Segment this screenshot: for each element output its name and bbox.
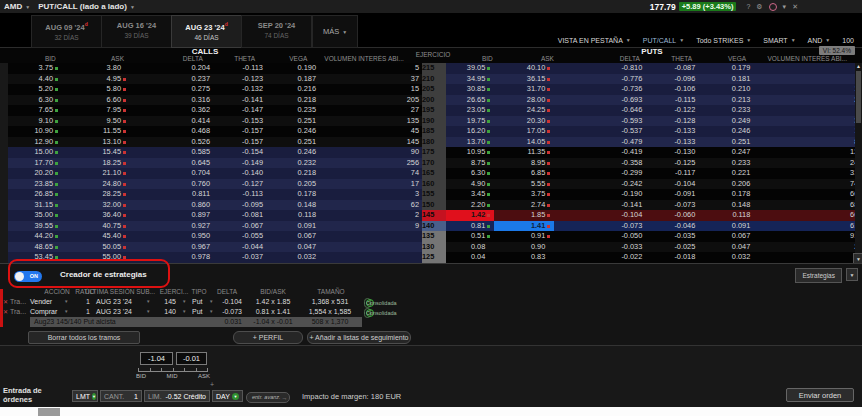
close-icon[interactable]: ✕ [792,3,798,11]
ask-price-box[interactable]: -0.01 [176,352,207,365]
quote-cell[interactable]: 4.90 [446,179,494,190]
quote-cell[interactable]: 11.55 [62,126,130,137]
quote-cell[interactable]: 14.05 [494,137,554,148]
quote-cell[interactable]: 5.80 [62,84,130,95]
leg-strike-dropdown[interactable]: 140 [156,307,176,317]
strike-cell[interactable]: 160 [422,179,446,190]
chain-row[interactable]: 6.306.600.316-0.1410.21820520026.6528.00… [8,95,855,106]
chain-row[interactable]: 5.205.800.275-0.1320.2161520530.8531.70-… [8,84,855,95]
strike-cell[interactable]: 185 [422,126,446,137]
leg-expiry-dropdown[interactable]: AUG 23 '24 [96,297,132,307]
quote-cell[interactable]: 15.45 [62,147,130,158]
quote-cell[interactable]: 5.55 [494,179,554,190]
view-mode-dropdown[interactable]: PUT/CALL (lado a lado)▼ [38,2,135,11]
strike-cell[interactable]: 180 [422,137,446,148]
quote-cell[interactable]: 3.75 [494,189,554,200]
quote-cell[interactable]: 44.20 [8,231,62,242]
quote-cell[interactable]: 26.65 [446,95,494,106]
leg-action-dropdown[interactable]: Vender [30,297,52,307]
quote-cell[interactable]: 28.25 [62,189,130,200]
strike-cell[interactable]: 140 [422,221,446,232]
chain-row[interactable]: 23.8524.800.760-0.1270.205171604.905.55-… [8,179,855,190]
quote-cell[interactable]: 0.83 [494,252,554,263]
strike-cell[interactable]: 175 [422,147,446,158]
strikes-dropdown[interactable]: Todo STRIKES▼ [696,37,751,44]
tab-expiry-sep20[interactable]: SEP 20 '24 74 DÍAS [241,15,312,48]
quote-cell[interactable]: 15.00 [8,147,62,158]
strike-cell[interactable]: 150 [422,200,446,211]
quote-cell[interactable]: 16.20 [446,126,494,137]
quote-cell[interactable]: 0.91 [494,231,554,242]
quote-cell[interactable]: 13.10 [62,137,130,148]
quote-cell[interactable]: 20.20 [8,168,62,179]
chain-row[interactable]: 10.9011.550.468-0.1570.2464518516.2017.0… [8,126,855,137]
quote-cell[interactable]: 3.75 [8,63,62,74]
quote-cell[interactable]: 32.00 [62,200,130,211]
chain-row[interactable]: 15.0015.450.585-0.1540.2469017510.9511.3… [8,147,855,158]
tab-expiry-aug16[interactable]: AUG 16 '24 39 DÍAS [101,15,172,48]
help-icon[interactable]: ? [746,3,750,10]
remove-leg-icon[interactable]: ✕ [3,307,8,317]
strike-cell[interactable]: 190 [422,116,446,127]
leg-type-dropdown[interactable]: Put [192,297,203,307]
quote-cell[interactable]: 8.75 [446,158,494,169]
strike-cell[interactable]: 165 [422,168,446,179]
quote-cell[interactable]: 3.80 [62,63,130,74]
strike-cell[interactable]: 135 [422,231,446,242]
strike-cell[interactable]: 205 [422,84,446,95]
leg-ratio[interactable]: 1 [78,297,90,307]
chain-row[interactable]: 35.0036.400.897-0.0810.11821451.421.85-0… [8,210,855,221]
quote-cell[interactable]: 10.90 [8,126,62,137]
clear-legs-button[interactable]: Borrar todos los tramos [28,331,140,344]
strategies-button[interactable]: Estrategias [795,268,842,283]
tab-expiry-aug23[interactable]: AUG 23 '24d 46 DÍAS [171,15,242,48]
chain-row[interactable]: 48.6550.050.967-0.0440.0471300.080.90-0.… [8,242,855,253]
strategy-leg-row[interactable]: ✕Tra...Comprar▼1AUG 23 '24▼140▼Put▼-0.07… [0,307,430,317]
quote-cell[interactable]: 11.35 [494,147,554,158]
quote-cell[interactable]: 21.10 [62,168,130,179]
chain-row[interactable]: 26.8528.250.811-0.1130.17831553.453.75-0… [8,189,855,200]
quote-cell[interactable]: 0.51 [446,231,494,242]
view-in-tab-dropdown[interactable]: VISTA EN PESTAÑA▼ [558,37,631,44]
tab-expiry-aug09[interactable]: AUG 09 '24d 32 DÍAS [31,15,102,48]
strike-cell[interactable]: 215 [422,63,446,74]
quote-cell[interactable]: 18.25 [62,158,130,169]
leg-ratio[interactable]: 1 [78,307,90,317]
chain-row[interactable]: 3.753.800.204-0.1130.190521539.0540.10-0… [8,63,855,74]
strategy-leg-row[interactable]: ✕Tra...Vender▼1AUG 23 '24▼145▼Put▼-0.104… [0,297,430,307]
quote-cell[interactable]: 28.00 [494,95,554,106]
strike-cell[interactable]: 125 [422,252,446,263]
gear-icon[interactable]: ⚙ [756,3,762,11]
quote-cell[interactable]: 40.10 [494,63,554,74]
strike-cell[interactable]: 170 [422,158,446,169]
quote-cell[interactable]: 31.70 [494,84,554,95]
quote-cell[interactable]: 31.15 [8,200,62,211]
quote-cell[interactable]: 34.95 [446,74,494,85]
quote-cell[interactable]: 23.85 [8,179,62,190]
scroll-up-icon[interactable]: ▲ [855,63,862,70]
profile-button[interactable]: + PERFIL [233,331,303,344]
quote-cell[interactable]: 23.05 [446,105,494,116]
quote-cell[interactable]: 9.50 [62,116,130,127]
quote-cell[interactable]: 0.90 [494,242,554,253]
quote-cell[interactable]: 12.90 [8,137,62,148]
consolidated-button[interactable]: CConsolidada [364,308,371,318]
leg-expiry-dropdown[interactable]: AUG 23 '24 [96,307,132,317]
quote-cell[interactable]: 9.10 [8,116,62,127]
quote-cell[interactable]: 36.15 [494,74,554,85]
price-slider[interactable] [138,366,208,372]
symbol-dropdown[interactable]: AMD▼ [4,2,30,11]
chain-row[interactable]: 12.9013.100.526-0.1570.25114518013.7014.… [8,137,855,148]
quote-cell[interactable]: 0.04 [446,252,494,263]
quote-cell[interactable]: 0.81 [446,221,494,232]
quote-cell[interactable]: 36.40 [62,210,130,221]
quote-cell[interactable]: 6.85 [494,168,554,179]
quote-cell[interactable]: 2.20 [446,200,494,211]
putcall-dropdown[interactable]: PUT/CALL▼ [643,37,684,44]
quote-cell[interactable]: 2.74 [494,200,554,211]
quote-cell[interactable]: 24.80 [62,179,130,190]
quantity-field[interactable]: CANT. 1 [100,390,142,402]
chain-row[interactable]: 44.2045.400.950-0.0550.0671350.510.91-0.… [8,231,855,242]
quote-cell[interactable]: 4.40 [8,74,62,85]
quote-cell[interactable]: 6.60 [62,95,130,106]
